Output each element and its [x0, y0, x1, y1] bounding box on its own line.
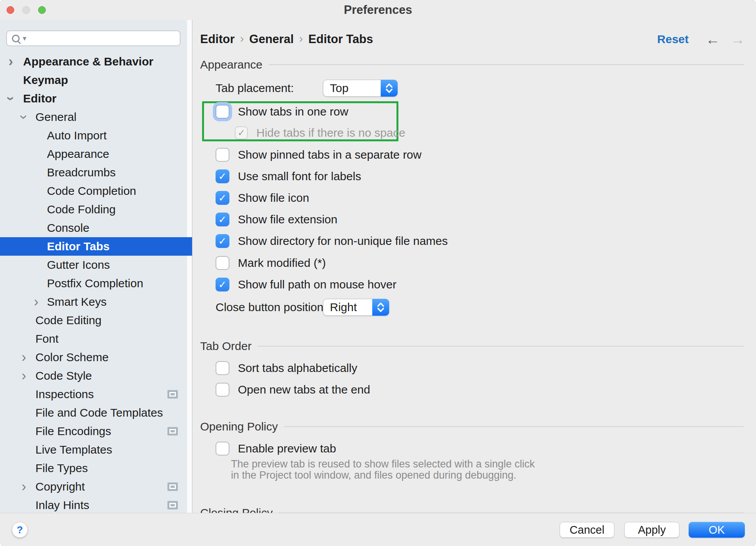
help-button[interactable]: ? — [12, 522, 28, 538]
tab-placement-select[interactable]: Top — [323, 80, 398, 97]
sidebar-item-label: Gutter Icons — [47, 258, 110, 271]
sidebar-item-label: File Types — [35, 462, 88, 475]
sidebar-item-postfix-completion[interactable]: Postfix Completion — [0, 274, 187, 293]
ok-button[interactable]: OK — [689, 522, 745, 538]
sort-tabs-checkbox[interactable]: Sort tabs alphabetically — [216, 360, 357, 377]
sidebar-item-inspections[interactable]: Inspections — [0, 385, 187, 404]
show-file-icon-checkbox[interactable]: Show file icon — [216, 189, 309, 206]
dropdown-arrows-icon — [372, 299, 389, 316]
sidebar-item-label: Code Style — [35, 369, 92, 382]
window-title: Preferences — [0, 0, 756, 20]
sidebar-item-label: Font — [35, 332, 59, 345]
sidebar-item-label: Copyright — [35, 480, 85, 493]
checkbox-icon[interactable] — [216, 191, 229, 205]
sidebar-item-label: Live Templates — [35, 443, 112, 456]
breadcrumb-general[interactable]: General — [249, 32, 294, 46]
breadcrumb-separator-icon: › — [240, 32, 244, 45]
reset-link[interactable]: Reset — [657, 33, 689, 46]
checkbox-icon[interactable] — [216, 105, 229, 119]
opening-policy-section-header: Opening Policy — [200, 418, 744, 435]
sidebar-item-label: File and Code Templates — [35, 406, 163, 419]
tab-order-section-header: Tab Order — [200, 338, 744, 355]
checkbox-icon[interactable] — [216, 213, 229, 226]
settings-sidebar: Appearance & Behavior Keymap Editor Gene… — [0, 20, 192, 513]
sidebar-item-smart-keys[interactable]: Smart Keys — [0, 293, 187, 311]
breadcrumb-editor[interactable]: Editor — [200, 32, 235, 46]
settings-panel: Editor › General › Editor Tabs Reset App… — [192, 20, 756, 513]
hide-tabs-no-space-checkbox: Hide tabs if there is no space — [235, 125, 405, 141]
sidebar-item-console[interactable]: Console — [0, 219, 187, 237]
sidebar-item-inlay-hints[interactable]: Inlay Hints — [0, 496, 187, 513]
tab-placement-label: Tab placement: — [216, 80, 294, 97]
checkbox-icon[interactable] — [216, 234, 229, 248]
checkbox-icon[interactable] — [216, 256, 229, 270]
sidebar-item-general[interactable]: General — [0, 108, 187, 126]
checkbox-icon[interactable] — [216, 148, 229, 162]
sidebar-item-label: Color Scheme — [35, 351, 109, 364]
sidebar-item-font[interactable]: Font — [0, 330, 187, 348]
sidebar-item-label: Editor — [23, 92, 57, 105]
show-tabs-one-row-checkbox[interactable]: Show tabs in one row — [216, 103, 348, 120]
sidebar-item-appearance-behavior[interactable]: Appearance & Behavior — [0, 52, 187, 71]
sidebar-item-auto-import[interactable]: Auto Import — [0, 126, 187, 145]
settings-tree: Appearance & Behavior Keymap Editor Gene… — [0, 52, 187, 513]
sidebar-scrollbar[interactable] — [187, 20, 192, 513]
checkbox-icon[interactable] — [216, 361, 229, 375]
footer-bar: ? Cancel Apply OK — [0, 513, 756, 546]
closing-policy-section-header: Closing Policy — [200, 504, 744, 513]
checkbox-icon[interactable] — [216, 442, 229, 456]
sidebar-item-label: Code Completion — [47, 184, 136, 198]
sidebar-item-label: Editor Tabs — [47, 240, 110, 253]
preferences-window: Preferences Appearance & Behavior Keymap… — [0, 0, 756, 546]
sidebar-item-appearance[interactable]: Appearance — [0, 145, 187, 163]
sidebar-item-file-types[interactable]: File Types — [0, 459, 187, 477]
sidebar-item-label: General — [35, 111, 77, 124]
show-full-path-checkbox[interactable]: Show full path on mouse hover — [216, 276, 396, 293]
back-arrow-icon[interactable] — [706, 32, 720, 47]
cancel-button[interactable]: Cancel — [560, 522, 614, 538]
sidebar-item-label: Breadcrumbs — [47, 166, 115, 179]
sidebar-item-label: Auto Import — [47, 129, 107, 142]
mark-modified-checkbox[interactable]: Mark modified (*) — [216, 255, 326, 271]
sidebar-item-label: Inspections — [35, 388, 94, 401]
breadcrumb-editor-tabs: Editor Tabs — [308, 32, 373, 46]
sidebar-item-breadcrumbs[interactable]: Breadcrumbs — [0, 163, 187, 182]
sidebar-item-keymap[interactable]: Keymap — [0, 71, 187, 89]
use-small-font-checkbox[interactable]: Use small font for labels — [216, 168, 361, 185]
checkbox-icon[interactable] — [216, 278, 229, 291]
sidebar-item-file-encodings[interactable]: File Encodings — [0, 422, 187, 440]
breadcrumb: Editor › General › Editor Tabs Reset — [192, 30, 756, 49]
title-bar: Preferences — [0, 0, 756, 20]
sidebar-item-label: Smart Keys — [47, 295, 107, 308]
close-button-position-select[interactable]: Right — [323, 299, 389, 316]
sidebar-item-code-editing[interactable]: Code Editing — [0, 311, 187, 330]
monitor-icon — [167, 390, 178, 399]
sidebar-item-code-completion[interactable]: Code Completion — [0, 182, 187, 200]
sidebar-item-color-scheme[interactable]: Color Scheme — [0, 348, 187, 367]
enable-preview-tab-checkbox[interactable]: Enable preview tab — [216, 440, 336, 457]
search-icon — [12, 35, 20, 42]
sidebar-item-editor-tabs[interactable]: Editor Tabs — [0, 237, 192, 256]
search-input[interactable] — [6, 30, 181, 46]
dropdown-arrows-icon — [381, 80, 398, 97]
show-file-extension-checkbox[interactable]: Show file extension — [216, 211, 338, 228]
checkbox-icon[interactable] — [216, 383, 229, 397]
monitor-icon — [167, 501, 178, 509]
sidebar-item-live-templates[interactable]: Live Templates — [0, 440, 187, 459]
monitor-icon — [167, 427, 178, 435]
sidebar-item-label: Code Editing — [35, 314, 102, 327]
sidebar-item-code-style[interactable]: Code Style — [0, 367, 187, 385]
open-new-tabs-end-checkbox[interactable]: Open new tabs at the end — [216, 381, 370, 398]
sidebar-item-file-code-templates[interactable]: File and Code Templates — [0, 404, 187, 422]
checkbox-icon[interactable] — [216, 169, 229, 183]
sidebar-item-gutter-icons[interactable]: Gutter Icons — [0, 256, 187, 274]
sidebar-item-editor[interactable]: Editor — [0, 89, 187, 108]
search-options-chevron-icon[interactable] — [23, 35, 27, 42]
apply-button[interactable]: Apply — [624, 522, 679, 538]
show-directory-checkbox[interactable]: Show directory for non-unique file names — [216, 233, 448, 250]
checkbox-icon — [235, 126, 248, 139]
sidebar-item-copyright[interactable]: Copyright — [0, 477, 187, 496]
show-pinned-tabs-checkbox[interactable]: Show pinned tabs in a separate row — [216, 146, 421, 163]
sidebar-item-label: Code Folding — [47, 203, 115, 216]
sidebar-item-code-folding[interactable]: Code Folding — [0, 200, 187, 219]
